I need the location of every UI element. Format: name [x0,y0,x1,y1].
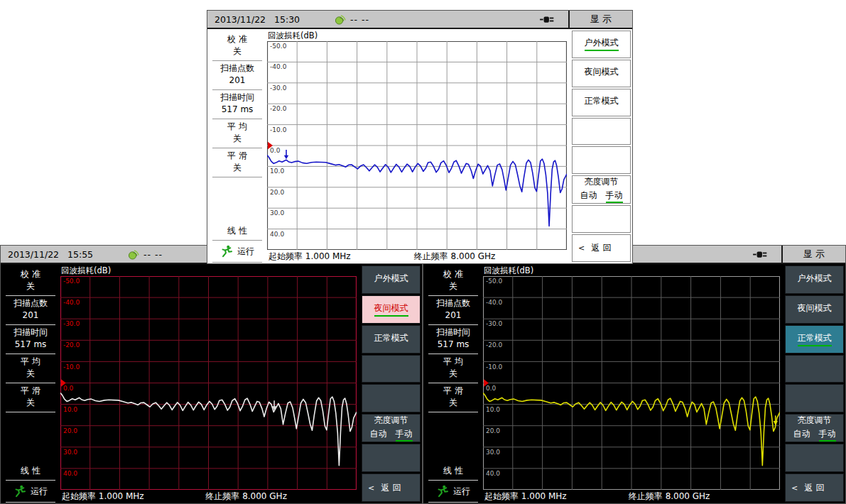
gps-status: -- -- [350,14,369,25]
blank-softkey [572,118,631,146]
brightness-button[interactable]: 亮度调节 自动 手动 [362,414,421,442]
stop-frequency-label: 终止频率 8.000 GHz [629,491,710,503]
night-mode-button[interactable]: 夜间模式 [785,295,844,324]
sidebar-item-calibration: 校 准 关 [1,268,60,295]
divider [428,324,478,325]
return-loss-plot: -50.0-40.0-30.0-20.0-10.00.010.020.030.0… [60,276,357,490]
y-tick-label: -50.0 [63,278,80,285]
return-loss-plot: -50.0-40.0-30.0-20.0-10.00.010.020.030.0… [267,41,567,250]
y-tick-label: 30.0 [63,449,77,456]
blank-softkey [785,355,844,383]
run-label: 运行 [31,486,48,498]
normal-mode-button[interactable]: 正常模式 [572,89,631,116]
run-status: 运行 [423,481,483,501]
return-loss-plot: -50.0-40.0-30.0-20.0-10.00.010.020.030.0… [483,276,780,490]
sidebar-item-average: 平 均 关 [1,355,60,382]
screen-body: 校 准 关 扫描点数 201 扫描时间 517 ms 平 均 关 [207,29,632,263]
brightness-auto-label[interactable]: 自动 [580,190,597,203]
time-label: 15:55 [67,249,93,260]
sidebar-item-sweep-points: 扫描点数 201 [207,62,267,89]
sidebar-spacer [1,413,60,464]
sidebar-item-average: 平 均 关 [423,355,483,382]
y-tick-label: 10.0 [270,168,284,175]
sidebar-spacer [423,413,483,464]
time-label: 15:30 [274,14,300,25]
brightness-manual-label[interactable]: 手动 [396,428,413,442]
divider [212,262,262,263]
outdoor-mode-button[interactable]: 户外模式 [362,265,421,294]
y-tick-label: 0.0 [63,385,74,392]
sidebar-item-sweep-points: 扫描点数 201 [1,297,60,324]
start-frequency-label: 起始频率 1.000 MHz [269,251,351,263]
start-frequency-label: 起始频率 1.000 MHz [62,491,144,503]
y-tick-label: 40.0 [270,231,284,238]
y-tick-label: 20.0 [63,427,77,434]
date-label: 2013/11/22 [8,249,59,260]
normal-mode-button[interactable]: 正常模式 [362,325,421,354]
gps-indicator: -- -- [334,14,369,25]
y-tick-label: 40.0 [486,470,500,477]
plot-area: 回波损耗(dB) -50.0-40.0-30.0-20.0-10.00.010.… [483,264,783,503]
night-mode-button[interactable]: 夜间模式 [362,295,421,324]
divider [428,480,478,481]
start-frequency-label: 起始频率 1.000 MHz [484,491,567,503]
sidebar-item-sweep-time: 扫描时间 517 ms [1,326,60,353]
y-tick-label: 0.0 [270,147,280,154]
y-tick-label: 40.0 [63,470,77,477]
gps-status: -- -- [143,249,163,260]
gps-icon [127,249,139,260]
brightness-manual-label[interactable]: 手动 [819,428,836,442]
divider [6,354,55,354]
display-menu-title-label: 显 示 [803,248,825,261]
divider [428,412,478,412]
y-tick-label: -30.0 [63,320,80,327]
plot-area: 回波损耗(dB) -50.0-40.0-30.0-20.0-10.00.010.… [60,264,359,503]
divider [428,354,478,354]
display-menu-title[interactable]: 显 示 [568,11,632,28]
y-tick-label: -20.0 [63,342,80,349]
stop-frequency-label: 终止频率 8.000 GHz [205,491,287,503]
settings-sidebar: 校 准 关 扫描点数 201 扫描时间 517 ms 平 均 关 [207,29,267,263]
plot-wrap: -50.0-40.0-30.0-20.0-10.00.010.020.030.0… [60,276,357,490]
blank-softkey [362,355,421,383]
blank-softkey [785,444,844,472]
y-tick-label: -10.0 [63,363,80,371]
running-man-icon [220,245,233,258]
outdoor-mode-button[interactable]: 户外模式 [785,265,844,294]
night-mode-button[interactable]: 夜间模式 [572,60,631,87]
chart-title: 回波损耗(dB) [60,265,357,276]
y-tick-label: -50.0 [486,278,503,285]
divider [6,502,55,503]
brightness-auto-label[interactable]: 自动 [793,428,810,442]
back-button[interactable]: < 返 回 [785,473,844,502]
back-button[interactable]: < 返 回 [362,473,421,502]
brightness-button[interactable]: 亮度调节 自动 手动 [572,175,631,204]
brightness-button[interactable]: 亮度调节 自动 手动 [785,414,844,442]
divider [6,480,55,481]
y-tick-label: -30.0 [270,84,286,92]
back-button[interactable]: < 返 回 [572,234,631,262]
gps-indicator: -- -- [127,249,163,260]
sidebar-item-calibration: 校 准 关 [423,268,483,295]
settings-sidebar: 校 准 关 扫描点数 201 扫描时间 517 ms 平 均 关 [423,264,483,503]
sidebar-item-linear: 线 性 [207,224,267,239]
outdoor-mode-button[interactable]: 户外模式 [572,31,631,58]
sidebar-item-linear: 线 性 [1,464,60,479]
sidebar-item-calibration: 校 准 关 [207,33,267,60]
power-plug-icon [753,251,770,258]
divider [6,324,55,325]
normal-mode-button[interactable]: 正常模式 [785,325,844,354]
y-tick-label: -10.0 [486,363,503,371]
screen-body: 校 准 关 扫描点数 201 扫描时间 517 ms 平 均 关 [423,264,845,503]
brightness-auto-label[interactable]: 自动 [370,428,387,442]
divider [6,412,55,412]
plot-wrap: -50.0-40.0-30.0-20.0-10.00.010.020.030.0… [267,41,567,250]
gps-icon [334,14,346,25]
display-menu-title[interactable]: 显 示 [781,246,845,263]
y-tick-label: -50.0 [270,43,286,50]
brightness-title: 亮度调节 [585,176,619,188]
brightness-manual-label[interactable]: 手动 [606,190,623,203]
display-menu: 户外模式 夜间模式 正常模式 亮度调节 自动 手动 [359,264,422,503]
sidebar-item-sweep-time: 扫描时间 517 ms [423,326,483,353]
divider [212,119,262,119]
